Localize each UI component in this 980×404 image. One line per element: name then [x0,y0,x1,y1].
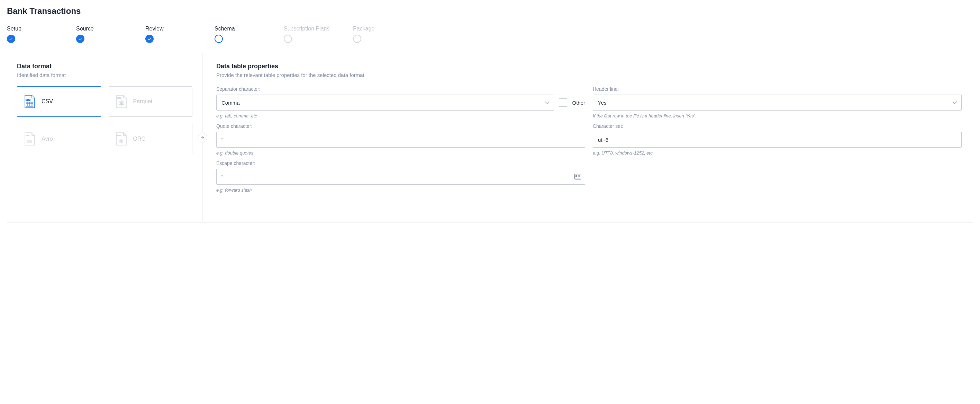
escape-hint: e.g. forward slash [216,187,585,193]
svg-text:CSV: CSV [26,99,30,101]
format-grid: CSV CSV [17,86,192,154]
panel-arrow [197,133,207,142]
step-label: Review [145,26,163,32]
parquet-file-icon [115,94,127,109]
table-properties-panel: Data table properties Provide the releva… [202,53,973,222]
format-card-orc[interactable]: ORC [109,124,193,154]
separator-select[interactable]: Comma [216,94,554,110]
escape-label: Escape character: [216,160,585,166]
step-circle-done [145,35,154,43]
format-label: CSV [41,98,53,105]
step-label: Source [76,26,94,32]
check-icon [9,37,13,41]
id-card-icon [574,174,581,179]
data-format-subheading: Identified data format [17,72,192,78]
header-line-select[interactable]: Yes [593,94,962,110]
step-source[interactable]: Source [76,26,145,43]
header-line-field: Header line: Yes If the first row in the… [593,86,962,118]
check-icon [147,37,152,41]
page-title: Bank Transactions [7,6,973,16]
step-circle-done [76,35,84,43]
table-properties-subheading: Provide the relevant table properties fo… [216,72,962,78]
svg-rect-17 [576,175,577,177]
separator-value: Comma [221,100,240,106]
quote-input[interactable] [216,132,585,148]
step-connector [292,39,353,39]
step-label: Subscription Plans [284,26,330,32]
step-circle-done [7,35,15,43]
orc-file-icon [115,132,127,146]
step-setup[interactable]: Setup [7,26,76,43]
step-review[interactable]: Review [145,26,215,43]
step-connector [84,39,145,39]
escape-input[interactable] [216,169,585,185]
header-line-hint: If the first row in the file is a header… [593,113,962,118]
escape-input-text[interactable] [221,174,580,180]
header-line-value: Yes [598,100,606,106]
separator-hint: e.g. tab, comma, etc [216,113,585,118]
separator-other-checkbox[interactable] [559,98,567,107]
step-connector [15,39,76,39]
avro-file-icon [24,132,35,146]
format-label: ORC [133,136,146,142]
chevron-down-icon [545,101,549,104]
step-circle-current [215,35,223,43]
format-card-csv[interactable]: CSV CSV [17,86,101,117]
charset-hint: e.g. UTF8, windows-1252, etc [593,150,962,156]
svg-rect-8 [117,97,121,99]
csv-file-icon: CSV [24,94,35,109]
format-label: Avro [41,136,53,142]
header-line-label: Header line: [593,86,962,92]
step-circle-pending [353,35,361,43]
step-connector [154,39,215,39]
step-subscription-plans: Subscription Plans [284,26,353,43]
step-package: Package [353,26,374,43]
separator-field: Separator character: Comma Other e.g. ta… [216,86,585,118]
check-icon [78,37,83,41]
charset-field: Character set: e.g. UTF8, windows-1252, … [593,123,962,156]
chevron-down-icon [952,101,957,104]
empty-col [593,160,962,193]
schema-panels: Data format Identified data format CSV [7,53,973,222]
format-label: Parquet [133,98,153,105]
wizard-stepper: Setup Source Review Schema [7,26,973,43]
format-card-parquet[interactable]: Parquet [109,86,193,117]
step-label: Package [353,26,374,32]
charset-input-text[interactable] [598,137,956,143]
escape-field: Escape character: e.g. forward slash [216,160,585,193]
quote-input-text[interactable] [221,137,580,143]
quote-label: Quote character: [216,123,585,129]
svg-rect-9 [25,135,29,136]
separator-label: Separator character: [216,86,585,92]
step-schema[interactable]: Schema [215,26,284,43]
data-format-heading: Data format [17,63,192,70]
step-connector [223,39,284,39]
charset-input[interactable] [593,132,962,148]
step-label: Schema [215,26,235,32]
format-card-avro[interactable]: Avro [17,124,101,154]
step-circle-pending [284,35,292,43]
quote-hint: e.g. double quotes [216,150,585,156]
quote-field: Quote character: e.g. double quotes [216,123,585,156]
charset-label: Character set: [593,123,962,129]
arrow-right-icon [200,135,205,140]
table-properties-heading: Data table properties [216,63,962,70]
svg-rect-13 [117,135,121,136]
data-format-panel: Data format Identified data format CSV [7,53,202,222]
separator-other-label: Other [572,100,585,106]
svg-rect-10 [27,140,32,143]
step-label: Setup [7,26,21,32]
